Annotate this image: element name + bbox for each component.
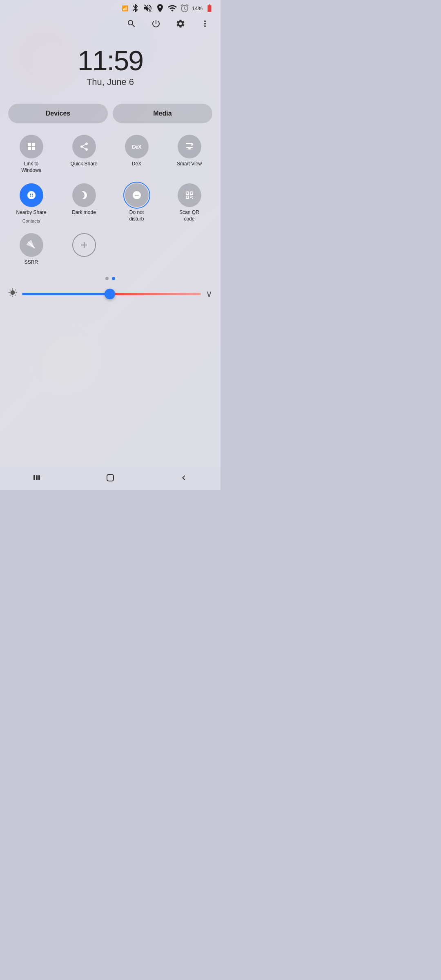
dex-label: DeX xyxy=(132,161,141,167)
svg-rect-6 xyxy=(33,475,35,480)
quick-settings-panel: 📶 14% 11:59 Thu, June 6 D xyxy=(0,0,220,490)
smart-view-icon xyxy=(185,142,194,151)
back-icon xyxy=(179,473,189,483)
bottom-nav xyxy=(0,467,220,490)
qs-quick-share: Quick Share xyxy=(58,131,110,177)
battery-percent: 14% xyxy=(192,5,203,11)
nearby-share-label: Nearby Share xyxy=(16,209,46,216)
recent-apps-icon xyxy=(32,473,42,483)
svg-rect-7 xyxy=(36,475,38,480)
qs-dark-mode: Dark mode xyxy=(58,180,110,227)
link-to-windows-label: Link toWindows xyxy=(21,161,41,174)
qr-code-icon xyxy=(185,190,194,200)
ssrr-icon xyxy=(27,240,36,250)
battery-icon xyxy=(205,4,214,13)
smart-view-label: Smart View xyxy=(177,161,202,167)
dark-mode-icon xyxy=(79,190,89,200)
svg-rect-2 xyxy=(28,147,31,150)
top-action-bar xyxy=(0,15,220,34)
bluetooth-icon xyxy=(131,3,140,13)
quick-share-label: Quick Share xyxy=(70,161,97,167)
clock-time: 11:59 xyxy=(78,47,143,74)
page-indicator xyxy=(0,270,220,283)
page-dot-2 xyxy=(112,277,115,280)
devices-tab[interactable]: Devices xyxy=(8,104,108,123)
smart-view-button[interactable] xyxy=(178,135,201,158)
qs-empty-2 xyxy=(163,230,216,269)
do-not-disturb-button[interactable] xyxy=(125,183,149,207)
qs-scan-qr: Scan QRcode xyxy=(163,180,216,227)
quick-share-icon xyxy=(79,142,89,151)
add-tile-button[interactable] xyxy=(72,233,96,257)
page-dot-1 xyxy=(105,277,109,280)
more-options-button[interactable] xyxy=(198,16,212,31)
bluetooth-icon: 📶 xyxy=(122,5,128,11)
brightness-row: ∨ xyxy=(0,283,220,304)
qs-link-to-windows: Link toWindows xyxy=(5,131,58,177)
brightness-icon xyxy=(8,288,17,299)
clock-area: 11:59 Thu, June 6 xyxy=(0,34,220,104)
svg-rect-0 xyxy=(28,143,31,146)
brightness-slider[interactable] xyxy=(22,289,201,299)
do-not-disturb-label: Do notdisturb xyxy=(129,209,144,222)
qs-add xyxy=(58,230,110,269)
location-icon xyxy=(155,3,165,13)
mute-icon xyxy=(143,3,153,13)
nearby-share-icon xyxy=(27,190,36,200)
back-button[interactable] xyxy=(172,470,196,486)
dex-button[interactable]: DeX xyxy=(125,135,149,158)
quick-settings-grid: Link toWindows Quick Share DeX DeX Smart… xyxy=(0,131,220,269)
search-button[interactable] xyxy=(124,16,139,31)
settings-button[interactable] xyxy=(173,16,188,31)
wifi-icon xyxy=(167,3,177,13)
qs-nearby-share: Nearby Share Contacts xyxy=(5,180,58,227)
qs-empty-1 xyxy=(110,230,163,269)
svg-rect-8 xyxy=(38,475,40,480)
link-to-windows-button[interactable] xyxy=(20,135,43,158)
dark-mode-button[interactable] xyxy=(72,183,96,207)
home-icon xyxy=(105,473,115,483)
ssrr-label: SSRR xyxy=(24,259,38,266)
media-tab[interactable]: Media xyxy=(113,104,212,123)
nearby-share-sublabel: Contacts xyxy=(22,218,40,223)
svg-rect-1 xyxy=(32,143,35,146)
recent-apps-button[interactable] xyxy=(24,470,49,486)
power-button[interactable] xyxy=(149,16,163,31)
brightness-track xyxy=(22,293,201,295)
scan-qr-button[interactable] xyxy=(178,183,201,207)
svg-rect-3 xyxy=(32,147,35,150)
home-button[interactable] xyxy=(98,470,122,486)
status-bar: 📶 14% xyxy=(0,0,220,15)
quick-share-button[interactable] xyxy=(72,135,96,158)
do-not-disturb-icon xyxy=(132,190,142,200)
tab-row: Devices Media xyxy=(0,104,220,123)
qs-do-not-disturb: Do notdisturb xyxy=(110,180,163,227)
ssrr-button[interactable] xyxy=(20,233,43,257)
brightness-collapse-button[interactable]: ∨ xyxy=(206,289,212,299)
brightness-thumb[interactable] xyxy=(105,289,115,299)
qs-smart-view: Smart View xyxy=(163,131,216,177)
add-icon xyxy=(79,240,89,250)
svg-rect-9 xyxy=(107,474,114,481)
dark-mode-label: Dark mode xyxy=(72,209,96,216)
windows-icon xyxy=(27,142,36,151)
qs-dex: DeX DeX xyxy=(110,131,163,177)
nearby-share-button[interactable] xyxy=(20,183,43,207)
scan-qr-label: Scan QRcode xyxy=(179,209,199,222)
qs-ssrr: SSRR xyxy=(5,230,58,269)
clock-date: Thu, June 6 xyxy=(87,77,134,87)
alarm-icon xyxy=(180,3,189,13)
dex-icon: DeX xyxy=(132,144,141,150)
